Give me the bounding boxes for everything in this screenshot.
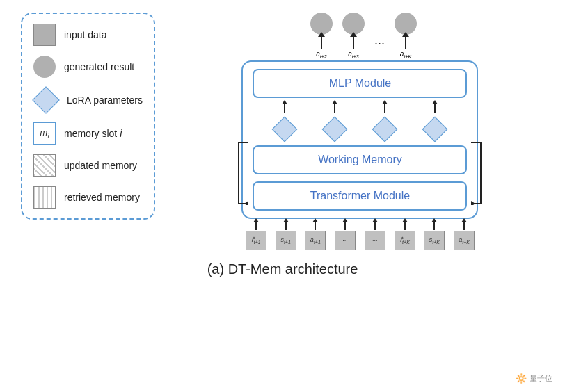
left-loop-arrow-svg <box>234 142 251 205</box>
working-memory-label: Working Memory <box>318 154 402 165</box>
input-arrow-3 <box>315 222 316 230</box>
transformer-label: Transformer Module <box>310 190 410 202</box>
arrows-to-mlp <box>253 104 467 113</box>
legend-retrieved-memory: retrieved memory <box>33 186 143 209</box>
generated-result-label: generated result <box>64 61 134 72</box>
updated-memory-icon <box>33 154 56 177</box>
arrow-to-mlp-2 <box>334 104 335 113</box>
input-arrow-2 <box>285 222 287 230</box>
input-box-3: at+1 <box>305 231 326 250</box>
input-item-3: at+1 <box>305 222 326 250</box>
input-arrow-1 <box>255 222 257 230</box>
main-container: input data generated result LoRA paramet… <box>0 0 565 250</box>
input-arrow-dots2 <box>374 222 376 230</box>
spacer-wm-transformer <box>253 176 467 181</box>
input-arrow-dots1 <box>344 222 346 230</box>
output-row: ãt+2 ãt+3 ··· ãt+K <box>303 13 417 59</box>
input-item-2: st+1 <box>276 222 296 250</box>
memory-slot-label: memory slot i <box>64 128 122 139</box>
watermark: 🔆 量子位 <box>516 373 552 384</box>
output-arrow-2 <box>353 36 354 49</box>
input-item-dots1: ··· <box>335 222 356 250</box>
input-box-dots1: ··· <box>335 231 356 250</box>
output-item-1: ãt+2 <box>310 13 333 59</box>
arrow-to-mlp-1 <box>284 104 285 113</box>
output-arrow-1 <box>321 36 322 49</box>
input-box-2: st+1 <box>276 231 296 250</box>
input-box-5: st+K <box>424 231 445 250</box>
input-arrows-row: r̂t+1 st+1 at+1 ··· <box>241 222 478 250</box>
updated-memory-label: updated memory <box>64 160 137 171</box>
output-dots: ··· <box>374 36 385 54</box>
input-arrow-5 <box>433 222 435 230</box>
output-label-1: ãt+2 <box>316 50 327 59</box>
arch-container: ãt+2 ãt+3 ··· ãt+K <box>176 13 544 250</box>
legend-memory-slot: mi memory slot i <box>33 122 143 145</box>
mlp-module: MLP Module <box>253 69 467 98</box>
input-box-6: at+K <box>454 231 475 250</box>
retrieved-memory-label: retrieved memory <box>64 192 140 203</box>
lora-diamond-4 <box>422 117 448 142</box>
watermark-text: 量子位 <box>530 373 552 384</box>
output-label-3: ãt+K <box>400 50 411 59</box>
lora-diamond-3 <box>372 117 398 142</box>
input-item-5: st+K <box>424 222 445 250</box>
input-item-dots2: ··· <box>365 222 385 250</box>
legend-generated-result: generated result <box>33 56 143 78</box>
input-arrow-6 <box>463 222 465 230</box>
generated-result-icon <box>33 56 56 78</box>
input-box-dots2: ··· <box>365 231 385 250</box>
retrieved-memory-icon <box>33 186 56 209</box>
arrow-to-mlp-3 <box>384 104 385 113</box>
input-data-icon <box>33 24 56 46</box>
legend-input-data: input data <box>33 24 143 46</box>
caption: (a) DT-Mem architecture <box>207 261 358 277</box>
input-item-1: r̂t+1 <box>246 222 266 250</box>
mlp-label: MLP Module <box>329 77 392 89</box>
lora-label: LoRA parameters <box>67 95 143 106</box>
memory-slot-icon: mi <box>33 122 56 145</box>
input-data-label: input data <box>64 29 107 40</box>
arrow-to-mlp-4 <box>434 104 436 113</box>
output-arrow-3 <box>405 36 406 49</box>
main-arch-wrapper: MLP Module <box>241 60 478 219</box>
diamonds-row <box>253 115 467 144</box>
output-item-2: ãt+3 <box>342 13 365 59</box>
legend-lora: LoRA parameters <box>33 88 143 113</box>
input-arrow-4 <box>404 222 406 230</box>
working-memory: Working Memory <box>253 145 467 174</box>
right-loop-arrow-svg <box>468 142 485 205</box>
legend-updated-memory: updated memory <box>33 154 143 177</box>
input-box-1: r̂t+1 <box>246 231 266 250</box>
lora-diamond-2 <box>322 117 348 142</box>
transformer-module: Transformer Module <box>253 181 467 211</box>
main-blue-box: MLP Module <box>241 60 478 219</box>
lora-diamond-icon <box>32 86 60 114</box>
output-item-3: ãt+K <box>395 13 417 59</box>
watermark-icon: 🔆 <box>516 373 527 384</box>
input-item-6: at+K <box>454 222 475 250</box>
output-label-2: ãt+3 <box>348 50 359 59</box>
input-item-4: r̂t+K <box>395 222 415 250</box>
lora-diamond-1 <box>272 117 298 142</box>
input-box-4: r̂t+K <box>395 231 415 250</box>
legend-box: input data generated result LoRA paramet… <box>21 13 155 220</box>
